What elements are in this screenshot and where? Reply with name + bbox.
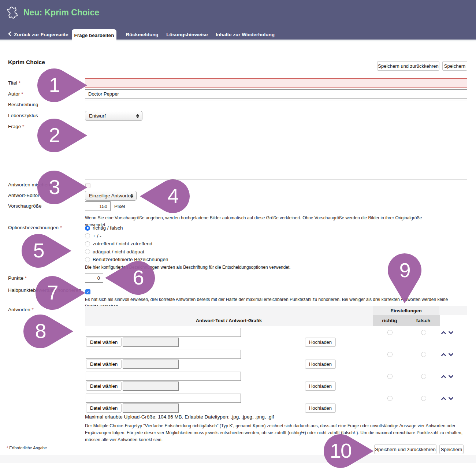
lebenszyklus-selected-value: Entwurf — [89, 113, 106, 119]
back-to-question-page-link[interactable]: Zurück zur Fragenseite — [8, 31, 68, 37]
tab-label: Inhalte zur Wiederholung — [216, 32, 275, 37]
app-header: Neu: Kprim Choice Zurück zur Fragenseite… — [0, 0, 476, 40]
file-input: Datei wählen — [86, 382, 179, 391]
falsch-radio[interactable] — [421, 330, 426, 335]
move-down-icon[interactable] — [449, 331, 453, 334]
richtig-column-header: richtig — [373, 315, 406, 326]
move-down-icon[interactable] — [449, 375, 453, 378]
lebenszyklus-select[interactable]: Entwurf — [85, 111, 142, 121]
tab-inhalte-zur-wiederholung[interactable]: Inhalte zur Wiederholung — [213, 29, 278, 40]
save-button-top[interactable]: Speichern — [442, 61, 467, 71]
autor-input[interactable] — [85, 89, 467, 98]
annotation-number: 7 — [36, 275, 69, 311]
tab-loesungshinweise[interactable]: Lösungshinweise — [164, 29, 210, 40]
radio-option-zutreffend[interactable]: zutreffend / nicht zutreffend — [85, 240, 168, 248]
upload-button[interactable]: Hochladen — [305, 382, 336, 391]
radio-icon — [85, 241, 90, 246]
richtig-radio[interactable] — [387, 330, 393, 335]
falsch-column-header: falsch — [406, 315, 440, 326]
reorder-controls — [441, 397, 453, 400]
page-title: Neu: Kprim Choice — [23, 8, 99, 18]
answer-text-input[interactable] — [86, 372, 241, 381]
antwort-editor-select[interactable]: Einzeilige Antworten — [85, 191, 137, 201]
halbpunktebewertung-checkbox[interactable]: ✓ — [85, 289, 90, 294]
falsch-radio[interactable] — [421, 396, 426, 401]
radio-option-richtig-falsch[interactable]: richtig / falsch — [85, 224, 168, 232]
answer-row-4: Datei wählen Hochladen — [85, 392, 467, 414]
annotation-number: 1 — [37, 67, 71, 104]
annotation-number: 6 — [121, 260, 155, 296]
file-input: Datei wählen — [86, 338, 179, 347]
move-up-icon[interactable] — [441, 375, 446, 378]
tab-rueckmeldung[interactable]: Rückmeldung — [122, 29, 162, 40]
answer-text-input[interactable] — [86, 328, 241, 337]
file-name-box — [123, 360, 179, 369]
choose-file-button[interactable]: Datei wählen — [86, 404, 122, 413]
form-heading: Kprim Choice — [8, 59, 45, 66]
settings-column-header: Einstellungen — [373, 306, 439, 315]
required-field-note: * Erforderliche Angabe — [7, 446, 47, 450]
annotation-number: 5 — [22, 233, 55, 269]
file-name-box — [123, 404, 179, 413]
answer-row-3: Datei wählen Hochladen — [85, 370, 467, 392]
move-up-icon[interactable] — [441, 353, 446, 356]
save-and-return-button-bottom[interactable]: Speichern und zurückkehren — [374, 445, 436, 454]
header-divider — [0, 40, 476, 41]
beschreibung-input[interactable] — [85, 100, 467, 109]
richtig-radio[interactable] — [387, 374, 393, 379]
upload-button[interactable]: Hochladen — [305, 338, 336, 347]
file-name-box — [123, 338, 179, 347]
annotation-number: 3 — [37, 169, 71, 206]
radio-option-plus-minus[interactable]: + / - — [85, 232, 168, 240]
annotation-number: 2 — [37, 117, 71, 154]
choose-file-button[interactable]: Datei wählen — [86, 338, 122, 347]
choose-file-button[interactable]: Datei wählen — [86, 360, 122, 369]
answer-text-input[interactable] — [86, 394, 241, 403]
move-up-icon[interactable] — [441, 331, 446, 334]
falsch-radio[interactable] — [421, 374, 426, 379]
titel-input[interactable] — [85, 78, 467, 88]
reorder-controls — [441, 353, 453, 356]
select-stepper-icon — [136, 114, 139, 118]
choose-file-button[interactable]: Datei wählen — [86, 382, 122, 391]
frage-textarea[interactable] — [85, 122, 467, 179]
upload-button[interactable]: Hochladen — [305, 360, 336, 369]
puzzle-icon — [6, 6, 20, 20]
annotation-number: 4 — [156, 178, 190, 215]
annotation-number: 9 — [386, 253, 423, 287]
save-button-bottom[interactable]: Speichern — [439, 445, 464, 454]
reorder-controls — [441, 375, 453, 378]
question-type-description: Der Multiple Choice-Fragetyp "Vierfache … — [85, 423, 468, 444]
tab-label: Rückmeldung — [126, 32, 158, 37]
select-stepper-icon — [130, 194, 133, 198]
optionsbezeichnungen-radio-group: richtig / falsch + / - zutreffend / nich… — [85, 224, 168, 264]
answers-table-header-row-2: Antwort-Text / Antwort-Grafik richtig fa… — [85, 315, 467, 326]
punkte-input[interactable] — [85, 274, 103, 283]
tab-label: Frage bearbeiten — [74, 33, 114, 38]
tab-frage-bearbeiten[interactable]: Frage bearbeiten — [72, 29, 116, 41]
radio-icon — [85, 233, 90, 238]
richtig-radio[interactable] — [387, 396, 393, 401]
answer-text-input[interactable] — [86, 350, 241, 359]
upload-button[interactable]: Hochladen — [305, 404, 336, 413]
answers-table-header-row-1: Einstellungen — [85, 306, 467, 315]
move-down-icon[interactable] — [449, 397, 453, 400]
vorschaugroesse-input[interactable] — [85, 201, 111, 211]
move-up-icon[interactable] — [441, 397, 446, 400]
annotation-number: 10 — [324, 433, 357, 469]
radio-option-adaequat[interactable]: adäquat / nicht adäquat — [85, 248, 168, 256]
file-input: Datei wählen — [86, 360, 179, 369]
back-link-label: Zurück zur Fragenseite — [14, 32, 68, 37]
radio-icon — [85, 249, 90, 254]
answers-table: Einstellungen Antwort-Text / Antwort-Gra… — [85, 306, 467, 414]
reorder-controls — [441, 331, 453, 334]
richtig-radio[interactable] — [387, 352, 393, 357]
annotation-pin-3: 3 — [37, 169, 88, 206]
annotation-pin-10: 10 — [323, 433, 374, 469]
annotation-pin-1: 1 — [37, 67, 88, 104]
falsch-radio[interactable] — [421, 352, 426, 357]
save-and-return-button-top[interactable]: Speichern und zurückkehren — [377, 61, 439, 71]
annotation-pin-8: 8 — [23, 313, 74, 350]
radio-selected-icon — [85, 226, 90, 231]
move-down-icon[interactable] — [449, 353, 453, 356]
